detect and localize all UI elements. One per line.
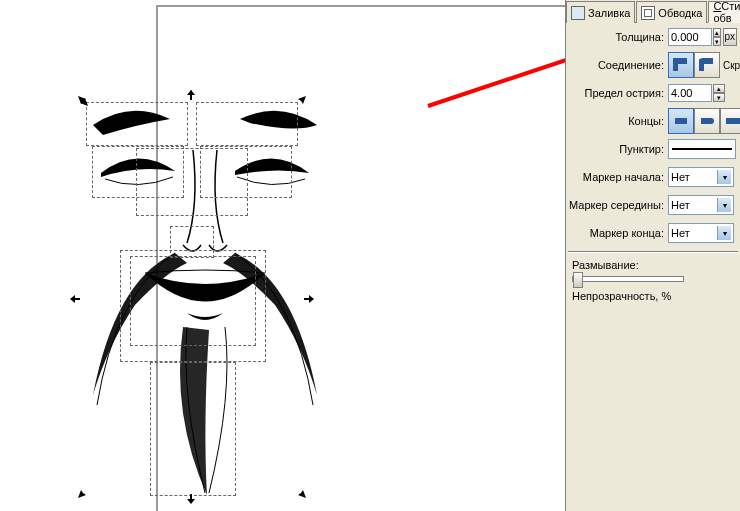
marker-mid-value: Нет <box>671 199 690 211</box>
canvas[interactable] <box>0 0 566 511</box>
stroke-swatch-icon <box>641 6 655 20</box>
chevron-down-icon: ▾ <box>717 226 731 240</box>
separator <box>568 251 738 253</box>
blur-slider[interactable] <box>572 276 684 282</box>
selection-box <box>86 102 188 146</box>
cap-round-button[interactable] <box>694 108 720 134</box>
cap-square-button[interactable] <box>720 108 740 134</box>
tab-stroke[interactable]: Обводка <box>636 1 707 23</box>
unit-select[interactable]: px <box>723 28 738 46</box>
scale-handle-sw[interactable] <box>78 488 88 498</box>
label-marker-start: Маркер начала: <box>566 171 668 183</box>
scale-handle-nw[interactable] <box>78 96 88 106</box>
cap-square-icon <box>725 113 740 129</box>
spin-down-icon[interactable]: ▾ <box>713 93 725 102</box>
scale-handle-ne[interactable] <box>296 96 306 106</box>
miter-spin[interactable]: ▴ ▾ <box>713 84 725 102</box>
panel-tabs: Заливка Обводка ССтиль обв <box>566 0 740 23</box>
cap-butt-button[interactable] <box>668 108 694 134</box>
join-round-icon <box>699 57 715 73</box>
marker-start-select[interactable]: Нет ▾ <box>668 167 734 187</box>
selection-box <box>136 148 248 216</box>
label-marker-mid: Маркер середины: <box>566 199 668 211</box>
svg-point-4 <box>708 118 714 124</box>
tab-stroke-style[interactable]: ССтиль обв <box>708 1 740 23</box>
spin-up-icon[interactable]: ▴ <box>713 28 721 37</box>
scale-handle-n[interactable] <box>186 90 196 100</box>
svg-rect-2 <box>675 118 687 124</box>
dash-pattern-select[interactable] <box>668 139 736 159</box>
join-round-button[interactable] <box>694 52 720 78</box>
label-marker-end: Маркер конца: <box>566 227 668 239</box>
fill-swatch-icon <box>571 6 585 20</box>
scale-handle-se[interactable] <box>296 488 306 498</box>
svg-rect-5 <box>726 118 740 124</box>
selection-box <box>130 256 256 346</box>
scale-handle-s[interactable] <box>186 494 196 504</box>
join-round-label: Скругл <box>723 60 740 71</box>
chevron-down-icon: ▾ <box>717 198 731 212</box>
label-cap: Концы: <box>566 115 668 127</box>
dash-preview-icon <box>672 148 732 150</box>
marker-end-select[interactable]: Нет ▾ <box>668 223 734 243</box>
label-width: Толщина: <box>566 31 668 43</box>
tab-fill[interactable]: Заливка <box>566 1 635 23</box>
tab-label: ССтиль обв <box>713 0 740 24</box>
stroke-width-spin[interactable]: ▴ ▾ <box>713 28 721 46</box>
chevron-down-icon: ▾ <box>717 170 731 184</box>
label-blur: Размывание: <box>566 257 740 273</box>
tab-label: Обводка <box>658 7 702 19</box>
fill-stroke-panel: Заливка Обводка ССтиль обв Толщина: ▴ ▾ … <box>565 0 740 511</box>
label-miter: Предел острия: <box>566 87 668 99</box>
spin-down-icon[interactable]: ▾ <box>713 37 721 46</box>
cap-butt-icon <box>673 113 689 129</box>
selection-box <box>150 362 236 496</box>
label-opacity: Непрозрачность, % <box>566 288 740 304</box>
scale-handle-w[interactable] <box>70 294 80 304</box>
label-join: Соединение: <box>566 59 668 71</box>
label-dash: Пунктир: <box>566 143 668 155</box>
join-miter-icon <box>673 57 689 73</box>
marker-end-value: Нет <box>671 227 690 239</box>
miter-limit-input[interactable] <box>668 84 712 102</box>
marker-start-value: Нет <box>671 171 690 183</box>
cap-round-icon <box>699 113 715 129</box>
marker-mid-select[interactable]: Нет ▾ <box>668 195 734 215</box>
scale-handle-e[interactable] <box>304 294 314 304</box>
join-miter-button[interactable] <box>668 52 694 78</box>
selection-box <box>196 102 298 146</box>
tab-label: Заливка <box>588 7 630 19</box>
slider-thumb[interactable] <box>573 272 583 288</box>
stroke-width-input[interactable] <box>668 28 712 46</box>
spin-up-icon[interactable]: ▴ <box>713 84 725 93</box>
